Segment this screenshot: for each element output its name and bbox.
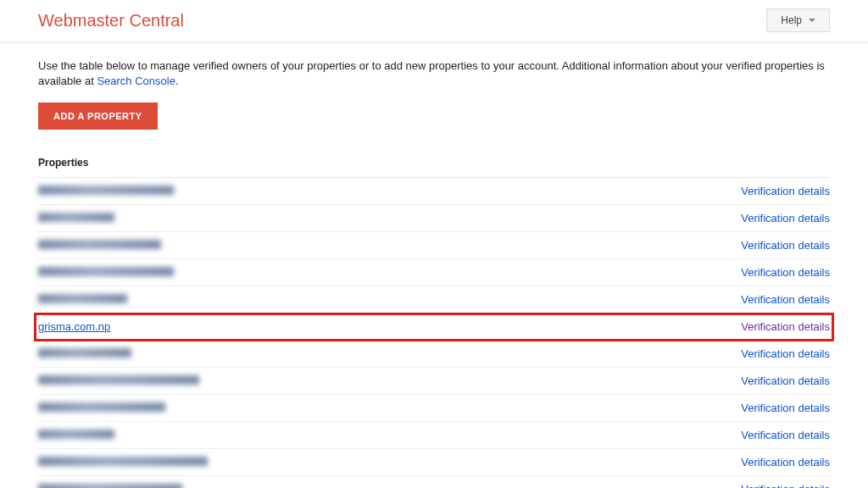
property-name <box>38 429 114 441</box>
help-label: Help <box>781 14 802 26</box>
verification-details-link[interactable]: Verification details <box>741 347 830 360</box>
table-row: Verification details <box>38 476 830 488</box>
verification-details-link[interactable]: Verification details <box>741 483 830 488</box>
property-name <box>38 402 165 414</box>
properties-header: Properties <box>38 150 830 178</box>
verification-details-link[interactable]: Verification details <box>741 429 830 441</box>
add-property-button[interactable]: ADD A PROPERTY <box>38 103 158 130</box>
intro-text: Use the table below to manage verified o… <box>38 58 830 89</box>
property-name <box>38 483 182 488</box>
property-name <box>38 185 174 197</box>
table-row: Verification details <box>38 286 830 313</box>
table-row: Verification details <box>38 449 830 476</box>
page-title: Webmaster Central <box>38 11 184 30</box>
verification-details-link[interactable]: Verification details <box>741 374 830 387</box>
verification-details-link[interactable]: Verification details <box>741 320 830 333</box>
property-name <box>38 347 131 360</box>
table-row: Verification details <box>38 341 830 368</box>
table-row: Verification details <box>38 395 830 422</box>
property-name <box>38 456 208 469</box>
table-row: Verification details <box>38 205 830 232</box>
verification-details-link[interactable]: Verification details <box>741 239 830 252</box>
search-console-link[interactable]: Search Console <box>97 75 175 87</box>
help-button[interactable]: Help <box>766 8 830 32</box>
property-name <box>38 239 161 252</box>
property-name <box>38 212 114 225</box>
property-name <box>38 293 127 306</box>
verification-details-link[interactable]: Verification details <box>741 293 830 306</box>
verification-details-link[interactable]: Verification details <box>741 266 830 279</box>
verification-details-link[interactable]: Verification details <box>741 185 830 197</box>
table-row: Verification details <box>38 368 830 395</box>
verification-details-link[interactable]: Verification details <box>741 212 830 225</box>
chevron-down-icon <box>809 19 815 22</box>
verification-details-link[interactable]: Verification details <box>741 456 830 469</box>
property-name <box>38 374 199 387</box>
property-name[interactable]: grisma.com.np <box>38 320 110 333</box>
table-row: Verification details <box>38 259 830 286</box>
table-row: grisma.com.npVerification details <box>35 313 833 341</box>
table-row: Verification details <box>38 232 830 259</box>
property-name <box>38 266 174 279</box>
table-row: Verification details <box>38 422 830 449</box>
table-row: Verification details <box>38 178 830 205</box>
verification-details-link[interactable]: Verification details <box>741 402 830 414</box>
